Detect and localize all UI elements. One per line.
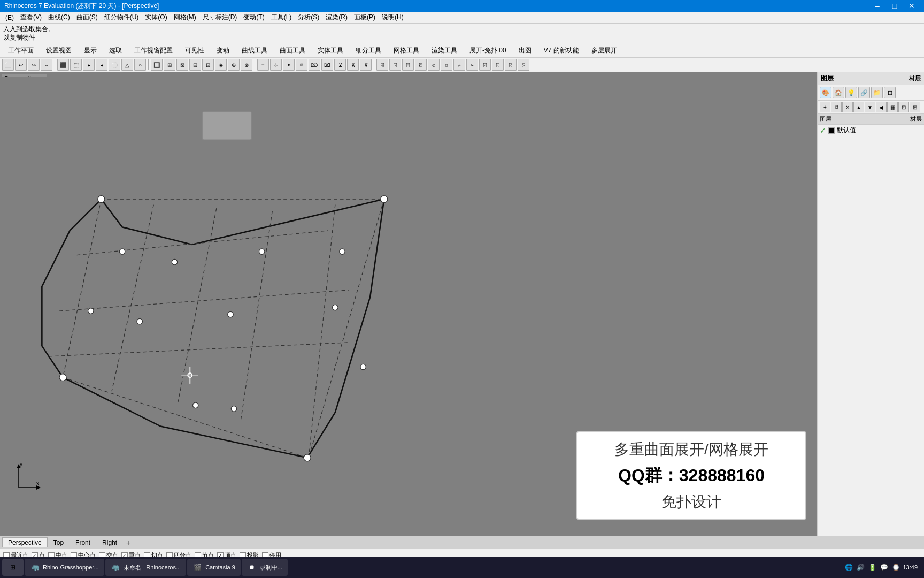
layer-visible-check[interactable]: ✓ <box>820 126 826 135</box>
maximize-button[interactable]: □ <box>887 1 903 11</box>
tab-meshtools[interactable]: 网格工具 <box>388 43 425 57</box>
taskbar-item-record[interactable]: ⏺ 录制中... <box>242 559 288 576</box>
menu-item-tools[interactable]: 工具(L) <box>268 12 295 23</box>
tb-btn-34[interactable]: ⌾ <box>441 59 452 71</box>
tb-btn-38[interactable]: ⍂ <box>492 59 504 71</box>
menu-item-e[interactable]: (E) <box>2 13 17 22</box>
layer-color-swatch[interactable] <box>828 127 835 134</box>
tb-btn-25[interactable]: ⌧ <box>321 59 333 71</box>
tb-btn-9[interactable]: ⚪ <box>109 59 120 71</box>
taskbar-item-rhino2[interactable]: 🦏 未命名 - Rhinoceros... <box>105 559 187 576</box>
minimize-button[interactable]: – <box>869 1 886 11</box>
pt-btn-new[interactable]: + <box>820 102 830 112</box>
tb-btn-32[interactable]: ⌼ <box>415 59 427 71</box>
tab-curvetools[interactable]: 曲线工具 <box>236 43 273 57</box>
menu-item-dim[interactable]: 尺寸标注(D) <box>199 12 241 23</box>
tb-btn-20[interactable]: ≡ <box>257 59 269 71</box>
tb-btn-35[interactable]: ⌿ <box>453 59 465 71</box>
tb-btn-39[interactable]: ⍃ <box>505 59 517 71</box>
tab-print[interactable]: 出图 <box>513 43 537 57</box>
pt-btn-left[interactable]: ◀ <box>876 102 887 112</box>
view-tab-top[interactable]: Top <box>48 537 70 547</box>
tray-icon-5[interactable]: ⌚ <box>891 562 900 572</box>
view-tab-front[interactable]: Front <box>70 537 96 547</box>
menu-item-view[interactable]: 查看(V) <box>17 12 45 23</box>
tb-btn-23[interactable]: ⧈ <box>296 59 307 71</box>
taskbar-item-camtasia[interactable]: 🎬 Camtasia 9 <box>187 559 241 576</box>
tb-btn-29[interactable]: ⌹ <box>376 59 388 71</box>
menu-item-curve[interactable]: 曲线(C) <box>45 12 73 23</box>
menu-item-panel[interactable]: 面板(P) <box>351 12 379 23</box>
tb-btn-8[interactable]: ◂ <box>96 59 107 71</box>
pt-btn-copy[interactable]: ⧉ <box>831 102 842 112</box>
tab-workplane[interactable]: 工作平面 <box>2 43 40 57</box>
tab-subdivtools[interactable]: 细分工具 <box>350 43 387 57</box>
tb-btn-37[interactable]: ⍁ <box>479 59 491 71</box>
tb-btn-18[interactable]: ⊕ <box>228 59 240 71</box>
tray-icon-2[interactable]: 🔊 <box>856 562 865 572</box>
tb-btn-2[interactable]: ↩ <box>15 59 27 71</box>
tray-icon-1[interactable]: 🌐 <box>844 562 853 572</box>
close-button[interactable]: ✕ <box>904 1 920 11</box>
menu-item-render[interactable]: 渲染(R) <box>322 12 351 23</box>
panel-icon-render[interactable]: 💡 <box>845 87 857 98</box>
tb-btn-16[interactable]: ⊡ <box>202 59 214 71</box>
tray-icon-3[interactable]: 🔋 <box>867 562 877 572</box>
tb-btn-10[interactable]: △ <box>121 59 133 71</box>
tab-select[interactable]: 选取 <box>103 43 128 57</box>
tb-btn-30[interactable]: ⌺ <box>389 59 401 71</box>
tb-btn-28[interactable]: ⊽ <box>360 59 372 71</box>
tb-btn-40[interactable]: ⍄ <box>518 59 529 71</box>
view-tab-right[interactable]: Right <box>96 537 123 547</box>
tb-btn-15[interactable]: ⊟ <box>189 59 201 71</box>
tb-btn-27[interactable]: ⊼ <box>347 59 359 71</box>
tb-btn-21[interactable]: ⊹ <box>270 59 282 71</box>
panel-icon-folder[interactable]: 📁 <box>871 87 883 98</box>
menu-item-analyze[interactable]: 分析(S) <box>295 12 322 23</box>
menu-item-transform[interactable]: 变动(T) <box>240 12 267 23</box>
view-tab-add[interactable]: + <box>123 537 134 548</box>
tab-transform[interactable]: 变动 <box>211 43 235 57</box>
panel-icon-extra[interactable]: ⊞ <box>884 87 896 98</box>
tab-surfacetools[interactable]: 曲面工具 <box>274 43 311 57</box>
pt-btn-up[interactable]: ▲ <box>853 102 864 112</box>
menu-item-help[interactable]: 说明(H) <box>379 12 407 23</box>
tab-multilayer[interactable]: 多层展开 <box>586 43 623 57</box>
tb-btn-24[interactable]: ⌦ <box>309 59 320 71</box>
tab-display[interactable]: 显示 <box>78 43 103 57</box>
panel-icon-link[interactable]: 🔗 <box>858 87 870 98</box>
tb-btn-19[interactable]: ⊗ <box>241 59 252 71</box>
pt-btn-delete[interactable]: ✕ <box>842 102 853 112</box>
layer-row-default[interactable]: ✓ 默认值 <box>818 125 924 136</box>
tab-solidtools[interactable]: 实体工具 <box>312 43 349 57</box>
tb-btn-6[interactable]: ⬚ <box>70 59 82 71</box>
view-tab-perspective[interactable]: Perspective <box>2 537 48 547</box>
menu-item-mesh[interactable]: 网格(M) <box>171 12 199 23</box>
tb-btn-17[interactable]: ◈ <box>215 59 227 71</box>
pt-btn-extra1[interactable]: ⊡ <box>898 102 909 112</box>
tb-btn-36[interactable]: ⍀ <box>466 59 478 71</box>
tab-setview[interactable]: 设置视图 <box>40 43 78 57</box>
menu-item-subd[interactable]: 细分物件(U) <box>101 12 142 23</box>
pt-btn-extra2[interactable]: ⊞ <box>910 102 920 112</box>
taskbar-start[interactable]: ⊞ <box>2 559 24 576</box>
tab-visibility[interactable]: 可见性 <box>179 43 210 57</box>
tb-btn-22[interactable]: ✦ <box>283 59 295 71</box>
menu-item-solid[interactable]: 实体(O) <box>142 12 170 23</box>
tb-btn-33[interactable]: ⌽ <box>428 59 440 71</box>
tb-btn-7[interactable]: ▸ <box>83 59 95 71</box>
tab-v7new[interactable]: V7 的新功能 <box>538 43 585 57</box>
pt-btn-filter[interactable]: ▦ <box>887 102 898 112</box>
tb-btn-12[interactable]: 🔲 <box>151 59 163 71</box>
tb-btn-26[interactable]: ⊻ <box>334 59 346 71</box>
tab-rendertools[interactable]: 渲染工具 <box>426 43 463 57</box>
panel-icon-color[interactable]: 🎨 <box>820 87 831 98</box>
panel-icon-material[interactable]: 🏠 <box>833 87 844 98</box>
pt-btn-down[interactable]: ▼ <box>865 102 875 112</box>
tb-btn-11[interactable]: ○ <box>134 59 146 71</box>
tb-btn-3[interactable]: ↪ <box>28 59 40 71</box>
tb-btn-5[interactable]: ⬛ <box>57 59 69 71</box>
taskbar-item-rhino1[interactable]: 🦏 Rhino-Grasshopper... <box>25 559 104 576</box>
tab-unfold[interactable]: 展开-免扑 00 <box>464 43 512 57</box>
tb-btn-14[interactable]: ⊠ <box>176 59 188 71</box>
